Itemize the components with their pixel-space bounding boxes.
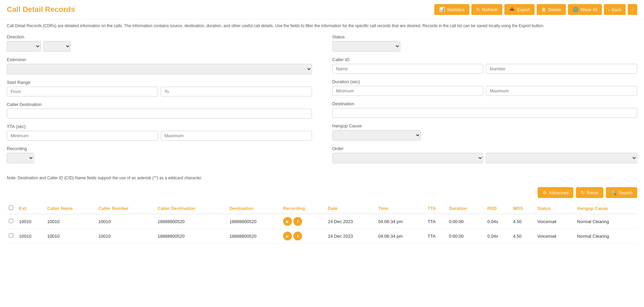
duration-max[interactable]	[486, 86, 637, 96]
action-buttons: ⚙ Advanced ↻ Reset 🔍 Search	[0, 184, 644, 203]
direction-filter: Direction Inbound Outbound Local All	[7, 34, 312, 52]
row-checkbox-1[interactable]	[9, 233, 13, 238]
cell-caller-name: 10010	[45, 214, 96, 229]
col-tta: TTA	[425, 203, 447, 214]
cell-caller-number: 10010	[97, 214, 156, 229]
table-row: 10010 10010 10010 18888800520 1888880052…	[7, 229, 637, 243]
globe-icon: 🌐	[573, 7, 578, 12]
play-button[interactable]: ▶	[283, 217, 292, 226]
destination-input[interactable]	[332, 108, 638, 118]
back-arrow-icon: ‹	[608, 7, 609, 12]
cell-duration: 0:00:00	[447, 229, 485, 243]
start-range-from[interactable]	[7, 87, 158, 96]
cell-tta: TTA	[425, 214, 447, 229]
cdr-table: Ext. Caller Name Caller Number Caller De…	[7, 203, 637, 243]
header-checkbox-col	[7, 203, 17, 214]
page-description: Call Detail Records (CDRs) are detailed …	[0, 19, 644, 34]
delete-button[interactable]: 🗑 Delete	[537, 4, 566, 15]
start-range-inputs	[7, 87, 312, 96]
statistics-button[interactable]: 📊 Statistics	[434, 4, 469, 15]
cell-status: Voicemail	[535, 214, 575, 229]
recording-buttons: ▶ ⬇	[283, 217, 324, 226]
col-duration: Duration	[447, 203, 485, 214]
col-time: Time	[376, 203, 425, 214]
export-button[interactable]: 📤 Export	[504, 4, 535, 15]
download-button[interactable]: ⬇	[293, 232, 302, 240]
row-checkbox-0[interactable]	[9, 219, 13, 223]
cell-tta: TTA	[425, 229, 447, 243]
next-button[interactable]: ›	[628, 4, 637, 15]
play-button[interactable]: ▶	[283, 232, 292, 240]
direction-selects: Inbound Outbound Local All	[7, 41, 312, 52]
hangup-cause-filter: Hangup Cause Normal Clearing No Answer U…	[332, 123, 638, 141]
tta-max[interactable]	[161, 131, 312, 141]
reset-icon: ↻	[581, 190, 585, 195]
cell-pdd: 0.04s	[485, 214, 511, 229]
destination-filter: Destination	[332, 101, 638, 118]
order-label: Order	[332, 146, 638, 151]
caller-destination-label: Caller Destination	[7, 102, 312, 107]
download-button[interactable]: ⬇	[293, 217, 302, 226]
tta-inputs	[7, 131, 312, 141]
search-icon: 🔍	[611, 190, 616, 195]
cell-caller-name: 10010	[45, 229, 96, 243]
col-recording: Recording	[281, 203, 326, 214]
cell-status: Voicemail	[535, 229, 575, 243]
hangup-cause-select[interactable]: Normal Clearing No Answer User Busy	[332, 130, 421, 141]
direction-select-1[interactable]: Inbound Outbound Local	[7, 41, 41, 52]
start-range-label: Start Range	[7, 80, 312, 85]
cell-recording: ▶ ⬇	[281, 214, 326, 229]
status-select[interactable]: Answered No Answer Busy Failed	[332, 41, 400, 52]
statistics-icon: 📊	[439, 7, 445, 12]
caller-id-label: Caller ID	[332, 57, 638, 62]
caller-id-name[interactable]	[332, 64, 484, 74]
caller-id-number[interactable]	[486, 64, 637, 74]
col-caller-name: Caller Name	[45, 203, 96, 214]
tta-label: TTA (sec)	[7, 124, 312, 129]
recording-select[interactable]: Yes No	[7, 153, 34, 163]
direction-label: Direction	[7, 34, 312, 39]
extension-select[interactable]	[7, 64, 312, 74]
caller-destination-input[interactable]	[7, 109, 312, 119]
caller-destination-filter: Caller Destination	[7, 102, 312, 119]
col-date: Date	[326, 203, 376, 214]
table-container: Ext. Caller Name Caller Number Caller De…	[0, 203, 644, 243]
duration-min[interactable]	[332, 86, 484, 96]
filter-left-col: Direction Inbound Outbound Local All	[7, 34, 312, 169]
cell-pdd: 0.04s	[485, 229, 511, 243]
caller-id-inputs	[332, 64, 638, 74]
select-all-checkbox[interactable]	[9, 205, 13, 210]
tta-min[interactable]	[7, 131, 158, 141]
direction-select-2[interactable]: All	[43, 41, 71, 52]
col-ext: Ext.	[17, 203, 45, 214]
search-button[interactable]: 🔍 Search	[606, 187, 637, 198]
advanced-button[interactable]: ⚙ Advanced	[538, 187, 573, 198]
table-body: 10010 10010 10010 18888800520 1888880052…	[7, 214, 637, 243]
cell-recording: ▶ ⬇	[281, 229, 326, 243]
refresh-button[interactable]: ↻ Refresh	[471, 4, 503, 15]
back-button[interactable]: ‹ Back	[604, 4, 625, 15]
status-label: Status	[332, 34, 638, 39]
delete-icon: 🗑	[541, 7, 546, 12]
caller-id-filter: Caller ID	[332, 57, 638, 74]
hangup-cause-label: Hangup Cause	[332, 123, 638, 128]
order-select-2[interactable]: ASC DESC	[486, 153, 637, 163]
cell-caller-destination: 18888800520	[156, 214, 227, 229]
reset-button[interactable]: ↻ Reset	[576, 187, 603, 198]
recording-filter: Recording Yes No	[7, 146, 312, 163]
tta-filter: TTA (sec)	[7, 124, 312, 141]
cell-caller-destination: 18888800520	[156, 229, 227, 243]
status-filter: Status Answered No Answer Busy Failed	[332, 34, 638, 52]
cell-date: 24 Dec 2023	[326, 229, 376, 243]
order-select-1[interactable]: Date Duration	[332, 153, 484, 163]
show-all-button[interactable]: 🌐 Show All	[568, 4, 602, 15]
cell-destination: 18888800520	[227, 214, 281, 229]
cell-ext: 10010	[17, 229, 45, 243]
cell-time: 04:06:34 pm	[376, 214, 425, 229]
export-icon: 📤	[509, 7, 515, 12]
next-arrow-icon: ›	[632, 7, 633, 12]
cell-ext: 10010	[17, 214, 45, 229]
cell-duration: 0:00:00	[447, 214, 485, 229]
start-range-to[interactable]	[161, 87, 312, 96]
refresh-icon: ↻	[476, 7, 480, 12]
